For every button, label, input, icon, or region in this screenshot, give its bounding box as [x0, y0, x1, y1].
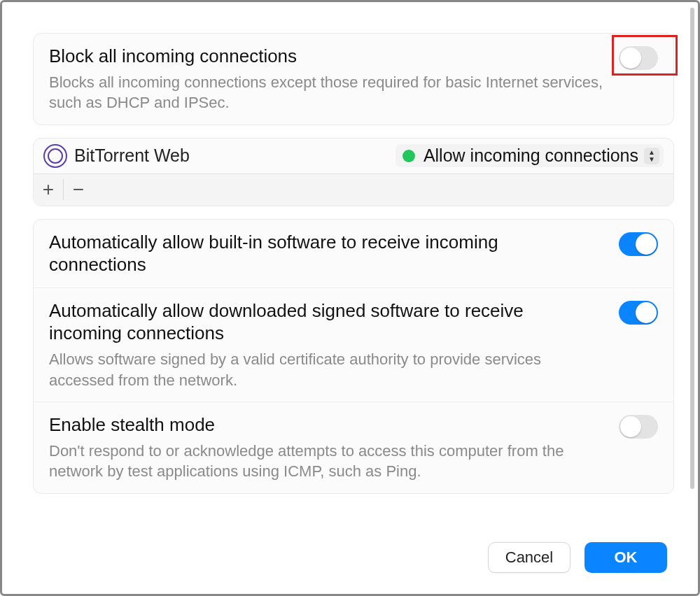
toggle-knob — [620, 48, 641, 69]
auto-signed-toggle[interactable] — [619, 301, 658, 325]
auto-builtin-toggle[interactable] — [619, 232, 658, 256]
row-block-all: Block all incoming connections Blocks al… — [34, 34, 673, 125]
toggle-knob — [636, 234, 657, 255]
auto-signed-title: Automatically allow downloaded signed so… — [49, 299, 658, 345]
stealth-toggle[interactable] — [619, 415, 658, 439]
row-stealth: Enable stealth mode Don't respond to or … — [34, 402, 673, 493]
add-app-button[interactable]: + — [34, 173, 63, 206]
auto-builtin-title: Automatically allow built-in software to… — [49, 231, 658, 276]
app-policy-label: Allow incoming connections — [424, 146, 638, 166]
scrollbar-track[interactable] — [690, 8, 694, 588]
panel-options: Automatically allow built-in software to… — [33, 219, 674, 494]
panel-block-all: Block all incoming connections Blocks al… — [33, 33, 674, 125]
app-name: BitTorrent Web — [74, 146, 190, 166]
block-all-toggle[interactable] — [619, 46, 658, 70]
app-row[interactable]: BitTorrent Web Allow incoming connection… — [34, 139, 673, 173]
row-auto-builtin: Automatically allow built-in software to… — [34, 220, 673, 288]
auto-signed-subtitle: Allows software signed by a valid certif… — [49, 349, 658, 390]
row-auto-signed: Automatically allow downloaded signed so… — [34, 288, 673, 402]
panel-apps: BitTorrent Web Allow incoming connection… — [33, 138, 674, 206]
app-policy-select[interactable]: Allow incoming connections ▲▼ — [396, 144, 664, 167]
dropdown-stepper-icon: ▲▼ — [644, 148, 659, 164]
scrollbar-thumb[interactable] — [690, 8, 694, 489]
status-indicator-icon — [402, 150, 415, 162]
remove-app-button[interactable]: − — [64, 173, 93, 206]
block-all-title: Block all incoming connections — [49, 45, 658, 68]
cancel-button[interactable]: Cancel — [488, 542, 570, 573]
bittorrent-icon — [43, 144, 67, 168]
block-all-subtitle: Blocks all incoming connections except t… — [49, 72, 658, 113]
dialog-footer: Cancel OK — [488, 542, 667, 573]
toggle-knob — [636, 302, 657, 323]
toggle-knob — [620, 416, 641, 437]
ok-button[interactable]: OK — [584, 542, 667, 573]
stealth-title: Enable stealth mode — [49, 413, 658, 437]
firewall-options-window: Block all incoming connections Blocks al… — [0, 0, 700, 596]
stealth-subtitle: Don't respond to or acknowledge attempts… — [49, 441, 658, 482]
app-toolbar: + − — [34, 173, 673, 206]
content-area: Block all incoming connections Blocks al… — [33, 33, 674, 506]
